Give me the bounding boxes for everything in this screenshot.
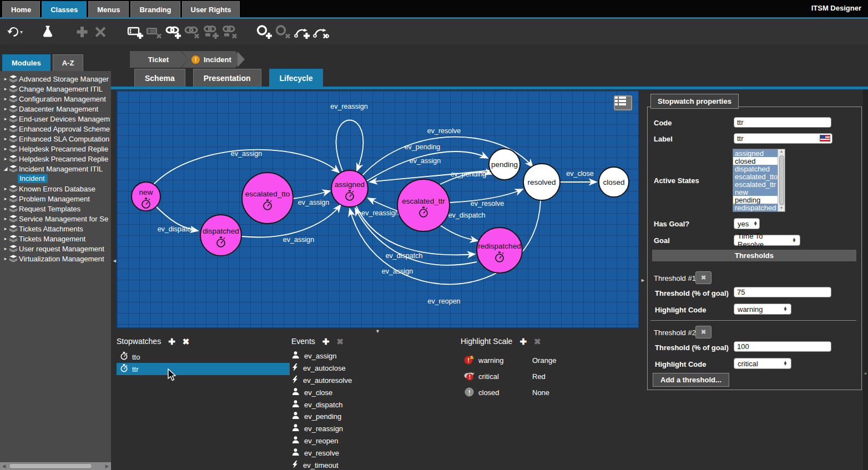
sidebar-item-advanced-storage-manager[interactable]: ▸Advanced Storage Manager — [2, 74, 111, 84]
highlight-row-closed[interactable]: !closedNone — [461, 385, 644, 401]
highlight-row-warning[interactable]: !warningOrange — [461, 352, 644, 368]
lifecycle-canvas[interactable]: ev_assignev_dispatchev_assignev_assignev… — [117, 90, 639, 328]
highlight-row-critical[interactable]: !criticalRed — [461, 368, 644, 385]
nav-tab-user-rights[interactable]: User Rights — [182, 1, 240, 17]
transition-ev_assign[interactable] — [293, 191, 330, 199]
expand-icon[interactable]: ▸ — [2, 136, 9, 141]
active-state-option-new[interactable]: new — [733, 188, 778, 196]
stopwatch-item-ttr[interactable]: ttr — [117, 363, 290, 375]
listbox-scroll-thumb[interactable] — [779, 155, 784, 205]
active-state-option-escalated_tto[interactable]: escalated_tto — [733, 173, 778, 180]
stopwatch-delete-button[interactable]: ✖ — [183, 337, 190, 346]
tab-schema[interactable]: Schema — [134, 69, 185, 87]
splitter-bottom-handle[interactable]: ▼ — [375, 329, 380, 334]
threshold2-remove-button[interactable]: ✖ — [695, 326, 711, 338]
expand-icon[interactable]: ▸ — [2, 146, 9, 151]
sidebar-item-end-user-devices-managem[interactable]: ▸End-user Devices Managem — [2, 114, 111, 124]
sidebar-item-tickets-management[interactable]: ▸Tickets Management — [2, 234, 111, 244]
expand-icon[interactable]: ▸ — [2, 226, 9, 231]
state-closed[interactable]: closed — [599, 167, 629, 197]
transition-ev_reassign[interactable] — [336, 120, 364, 171]
active-states-listbox[interactable]: assignedcloseddispatchedescalated_ttoesc… — [733, 149, 785, 212]
sidebar-item-request-templates[interactable]: ▸Request Templates — [2, 204, 111, 214]
tab-lifecycle[interactable]: Lifecycle — [269, 69, 324, 87]
expand-icon[interactable]: ▸ — [2, 126, 9, 132]
nav-tab-branding[interactable]: Branding — [130, 1, 180, 17]
event-item-ev_close[interactable]: ev_close — [291, 386, 452, 398]
expand-icon[interactable]: ▸ — [2, 156, 9, 161]
add-threshold-button[interactable]: Add a threshold... — [653, 373, 729, 387]
state-pending[interactable]: pending — [489, 149, 520, 180]
sidebar-item-problem-management[interactable]: ▸Problem Management — [2, 194, 111, 204]
expand-icon[interactable]: ▸ — [2, 256, 9, 261]
sidebar-item-enhanced-approval-scheme[interactable]: ▸Enhanced Approval Scheme — [2, 124, 111, 134]
sidebar-item-tickets-attachments[interactable]: ▸Tickets Attachments — [2, 224, 111, 234]
state-dispatched[interactable]: dispatched — [200, 215, 241, 256]
active-state-option-pending[interactable]: pending — [733, 196, 778, 204]
event-item-ev_reopen[interactable]: ev_reopen — [291, 435, 452, 447]
state-new[interactable]: new — [132, 182, 160, 211]
event-item-ev_dispatch[interactable]: ev_dispatch — [291, 398, 452, 411]
expand-icon[interactable]: ▸ — [2, 86, 9, 92]
splitter-left-handle[interactable]: ◄ — [112, 258, 117, 264]
state-resolved[interactable]: resolved — [523, 164, 560, 200]
flask-icon[interactable] — [38, 24, 57, 39]
highlight-add-button[interactable]: ✚ — [519, 337, 527, 346]
stopwatch-item-tto[interactable]: tto — [117, 351, 290, 363]
scrollbar-thumb[interactable] — [9, 463, 92, 469]
event-item-ev_pending[interactable]: ev_pending — [291, 411, 452, 423]
transition-delete-icon[interactable] — [311, 24, 330, 39]
sidebar-item-helpdesk-precanned-replie[interactable]: ▸Helpdesk Precanned Replie — [2, 144, 111, 154]
scroll-down-icon[interactable]: ▼ — [780, 206, 784, 211]
collapse-icon[interactable]: ◢ — [2, 166, 9, 171]
transition-add-icon[interactable] — [292, 24, 311, 39]
active-state-option-closed[interactable]: closed — [733, 157, 778, 165]
field-add-icon[interactable] — [126, 24, 145, 39]
expand-icon[interactable]: ▸ — [2, 106, 9, 112]
transition-ev_dispatch[interactable] — [440, 225, 478, 241]
sidebar-item-virtualization-management[interactable]: ▸Virtualization Management — [2, 254, 111, 264]
event-item-ev_reassign[interactable]: ev_reassign — [291, 423, 452, 435]
breadcrumb-item-incident[interactable]: ! Incident — [181, 51, 243, 68]
sidebar-horizontal-scrollbar[interactable]: ◀ ▶ — [0, 462, 111, 470]
threshold2-code-select[interactable]: critical ▲▼ — [734, 358, 791, 369]
threshold1-pct-input[interactable] — [734, 287, 831, 297]
event-item-ev_timeout[interactable]: ev_timeout — [291, 459, 452, 470]
sidebar-item-datacenter-management[interactable]: ▸Datacenter Management — [2, 104, 111, 114]
expand-icon[interactable]: ▸ — [2, 246, 9, 251]
tab-presentation[interactable]: Presentation — [193, 69, 261, 87]
label-input[interactable] — [734, 133, 832, 144]
link-add-icon[interactable] — [164, 24, 183, 39]
sidebar-item-user-request-management[interactable]: ▸User request Management — [2, 244, 111, 254]
active-state-option-assigned[interactable]: assigned — [733, 149, 778, 157]
sidebar-item-configuration-management[interactable]: ▸Configuration Management — [2, 94, 111, 104]
event-delete-button[interactable]: ✖ — [336, 337, 344, 346]
expand-icon[interactable]: ▸ — [2, 196, 9, 201]
event-item-ev_autoresolve[interactable]: ev_autoresolve — [291, 375, 452, 387]
expand-icon[interactable]: ▸ — [2, 216, 9, 221]
code-input[interactable] — [734, 117, 831, 128]
expand-icon[interactable]: ▸ — [2, 206, 9, 211]
sidebar-item-helpdesk-precanned-replie[interactable]: ▸Helpdesk Precanned Replie — [2, 154, 111, 164]
sidebar-tab-modules[interactable]: Modules — [2, 54, 51, 71]
state-assigned[interactable]: assigned — [331, 170, 368, 207]
scroll-right-icon[interactable]: ▶ — [103, 463, 111, 469]
event-add-button[interactable]: ✚ — [322, 337, 330, 346]
sidebar-item-enhanced-sla-computation[interactable]: ▸Enhanced SLA Computation — [2, 134, 111, 144]
state-redispatched[interactable]: redispatched — [477, 228, 522, 273]
sidebar-item-service-management-for-se[interactable]: ▸Service Management for Se — [2, 214, 111, 224]
active-state-option-dispatched[interactable]: dispatched — [733, 165, 778, 173]
expand-icon[interactable]: ▸ — [2, 186, 9, 191]
stopwatch-add-button[interactable]: ✚ — [168, 337, 175, 346]
scroll-up-icon[interactable]: ▲ — [780, 149, 784, 155]
sidebar-tab-a-z[interactable]: A-Z — [53, 54, 84, 71]
event-item-ev_resolve[interactable]: ev_resolve — [291, 447, 452, 459]
active-state-option-escalated_ttr[interactable]: escalated_ttr — [733, 180, 778, 188]
listbox-scrollbar[interactable]: ▲ ▼ — [778, 149, 785, 211]
state-escalated_ttr[interactable]: escalated_ttr — [397, 179, 450, 231]
breadcrumb-item-ticket[interactable]: Ticket — [130, 51, 188, 68]
nav-tab-classes[interactable]: Classes — [42, 1, 87, 17]
sidebar-item-known-errors-database[interactable]: ▸Known Errors Database — [2, 184, 111, 194]
event-item-ev_autoclose[interactable]: ev_autoclose — [291, 362, 452, 375]
sidebar-item-change-management-itil[interactable]: ▸Change Management ITIL — [2, 84, 111, 94]
